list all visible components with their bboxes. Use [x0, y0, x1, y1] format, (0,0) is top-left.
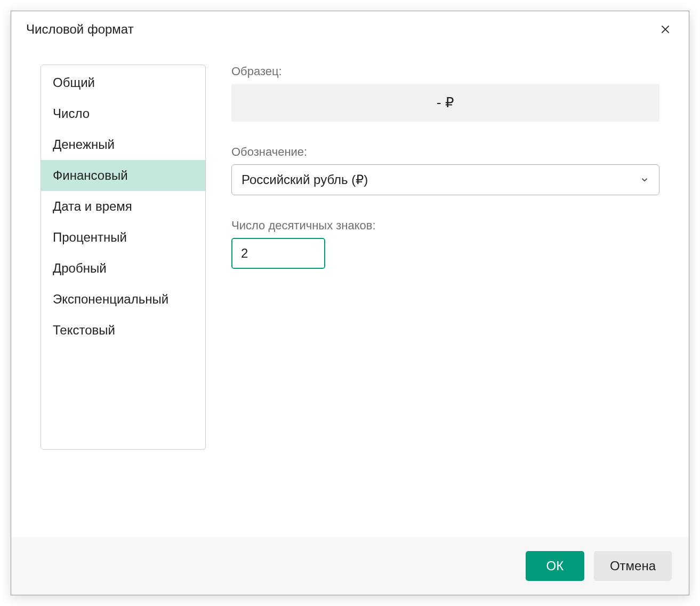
chevron-down-icon: [640, 175, 649, 185]
decimals-input[interactable]: [232, 239, 325, 268]
dialog-footer: ОК Отмена: [11, 537, 689, 595]
category-list: ОбщийЧислоДенежныйФинансовыйДата и время…: [41, 65, 206, 450]
category-item[interactable]: Денежный: [41, 129, 205, 160]
cancel-button[interactable]: Отмена: [594, 551, 672, 581]
category-item[interactable]: Дробный: [41, 253, 205, 284]
decimals-spinner: [231, 238, 325, 269]
sample-preview: - ₽: [231, 84, 659, 122]
category-item[interactable]: Экспоненциальный: [41, 284, 205, 315]
category-item[interactable]: Процентный: [41, 222, 205, 253]
sample-label: Образец:: [231, 65, 659, 78]
category-item[interactable]: Дата и время: [41, 191, 205, 222]
category-item[interactable]: Число: [41, 98, 205, 129]
close-button[interactable]: [657, 21, 674, 38]
ok-button[interactable]: ОК: [526, 551, 584, 581]
dialog-header: Числовой формат: [11, 11, 689, 43]
symbol-label: Обозначение:: [231, 145, 659, 159]
decimals-label: Число десятичных знаков:: [231, 219, 659, 233]
close-icon: [660, 24, 671, 35]
dialog-body: ОбщийЧислоДенежныйФинансовыйДата и время…: [11, 43, 689, 537]
category-item[interactable]: Текстовый: [41, 315, 205, 346]
category-item[interactable]: Финансовый: [41, 160, 205, 191]
dialog-title: Числовой формат: [26, 22, 134, 37]
number-format-dialog: Числовой формат ОбщийЧислоДенежныйФинанс…: [11, 11, 689, 595]
settings-panel: Образец: - ₽ Обозначение: Российский руб…: [231, 65, 659, 527]
symbol-select-wrapper: Российский рубль (₽): [231, 164, 659, 195]
category-item[interactable]: Общий: [41, 67, 205, 98]
symbol-select-value: Российский рубль (₽): [242, 172, 368, 187]
symbol-select[interactable]: Российский рубль (₽): [231, 164, 659, 195]
